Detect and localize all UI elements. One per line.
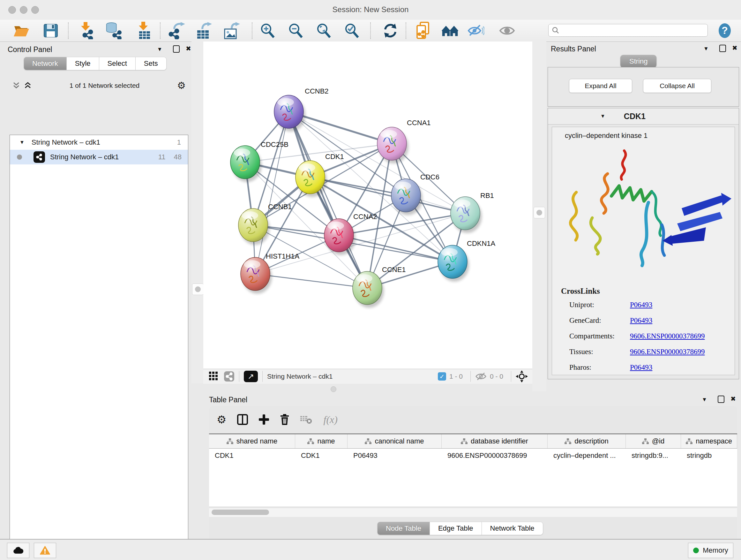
column-header-shared-name[interactable]: shared name (209, 434, 295, 448)
delete-column-icon[interactable] (280, 414, 289, 425)
close-panel-icon[interactable]: ✖ (186, 45, 191, 52)
grid-view-icon[interactable] (209, 372, 219, 381)
right-splitter-handle[interactable] (534, 207, 545, 219)
export-image-icon[interactable] (223, 22, 241, 39)
left-splitter-handle[interactable] (192, 284, 204, 295)
help-icon[interactable]: ? (716, 22, 733, 39)
tree-expander-icon[interactable]: ▼ (19, 139, 24, 145)
network-node-CDKN1A[interactable]: CDKN1A (438, 240, 495, 282)
crosslink-row: Uniprot:P06493 (569, 301, 729, 309)
collapse-panel-icon[interactable]: ▼ (157, 47, 162, 52)
import-table-file-icon[interactable] (135, 22, 152, 39)
float-panel-icon[interactable] (718, 395, 724, 403)
table-cell[interactable]: cyclin–dependent ... (548, 449, 626, 462)
memory-button[interactable]: Memory (688, 543, 733, 558)
crosslink-link[interactable]: P06493 (630, 301, 652, 309)
scrollbar-thumb[interactable] (212, 509, 269, 515)
network-overview-icon[interactable] (224, 371, 234, 382)
crosshair-icon[interactable] (516, 370, 528, 382)
import-network-file-icon[interactable] (77, 22, 95, 39)
network-collection-row[interactable]: ▼ String Network – cdk1 1 (10, 135, 188, 150)
network-node-CDK1[interactable]: CDK1 (295, 152, 344, 197)
tab-node-table[interactable]: Node Table (377, 522, 430, 535)
search-input[interactable] (559, 26, 698, 35)
save-session-icon[interactable] (42, 22, 59, 39)
network-row[interactable]: String Network – cdk1 11 48 (10, 150, 188, 165)
float-panel-icon[interactable] (173, 45, 180, 53)
collapse-all-button[interactable]: Collapse All (643, 79, 711, 93)
tab-select[interactable]: Select (99, 57, 136, 70)
network-node-CCNB2[interactable]: CCNB2 (274, 87, 329, 132)
export-network-icon[interactable] (169, 22, 186, 39)
expand-all-button[interactable]: Expand All (569, 79, 632, 93)
tab-edge-table[interactable]: Edge Table (430, 522, 482, 535)
toolbar-separator (370, 22, 371, 39)
import-network-database-icon[interactable] (105, 22, 122, 39)
network-options-gear-icon[interactable]: ⚙ (177, 81, 186, 90)
column-header-name[interactable]: name (295, 434, 347, 448)
toolbar-separator (68, 22, 69, 39)
crosslink-link[interactable]: 9606.ENSP00000378699 (630, 332, 705, 340)
close-panel-icon[interactable]: ✖ (731, 395, 736, 402)
table-cell[interactable]: CDK1 (295, 449, 347, 462)
column-header-database-identifier[interactable]: database identifier (442, 434, 548, 448)
collapse-panel-icon[interactable]: ▼ (702, 397, 707, 402)
network-canvas[interactable]: CCNB2CCNA1CDC25BCDK1CDC6RB1CCNB1CCNA2CDK… (203, 42, 532, 369)
show-all-icon[interactable] (498, 22, 516, 39)
collapse-all-tree-icon[interactable] (23, 81, 32, 90)
table-cell[interactable]: P06493 (347, 449, 442, 462)
zoom-out-icon[interactable] (287, 22, 305, 39)
table-row[interactable]: CDK1CDK1P064939606.ENSP00000378699cyclin… (209, 449, 737, 462)
clone-network-icon[interactable] (415, 22, 432, 39)
string-home-icon[interactable] (442, 22, 459, 39)
tab-style[interactable]: Style (67, 57, 99, 70)
column-header-description[interactable]: description (548, 434, 626, 448)
open-session-icon[interactable] (13, 22, 30, 39)
left-splitter[interactable] (192, 42, 203, 383)
tab-sets[interactable]: Sets (136, 57, 166, 70)
network-node-HIST1H1A[interactable]: HIST1H1A (241, 252, 299, 294)
function-builder-icon[interactable]: f(x) (323, 414, 337, 426)
tab-network[interactable]: Network (23, 57, 67, 70)
cloud-status-button[interactable] (7, 543, 29, 558)
column-header-canonical-name[interactable]: canonical name (347, 434, 442, 448)
zoom-in-icon[interactable] (259, 22, 276, 39)
warning-status-button[interactable] (34, 543, 56, 558)
tab-string[interactable]: String (620, 55, 657, 68)
hide-selected-icon[interactable] (467, 22, 484, 39)
column-header--id[interactable]: @id (626, 434, 681, 448)
table-cell[interactable]: stringdb:9... (626, 449, 681, 462)
table-cell[interactable]: stringdb (681, 449, 737, 462)
zoom-selected-icon[interactable] (343, 22, 360, 39)
refresh-view-icon[interactable] (382, 22, 399, 39)
create-column-icon[interactable] (259, 415, 269, 425)
column-header-namespace[interactable]: namespace (681, 434, 737, 448)
protein-header[interactable]: ▼ CDK1 (548, 108, 739, 125)
node-label-CDC25B: CDC25B (261, 140, 288, 148)
network-edge (289, 112, 367, 288)
collapse-panel-icon[interactable]: ▼ (703, 46, 709, 51)
show-columns-icon[interactable] (237, 414, 248, 425)
delete-table-icon[interactable] (300, 415, 313, 424)
float-panel-icon[interactable] (719, 45, 726, 52)
table-options-gear-icon[interactable]: ⚙ (217, 414, 226, 425)
crosslink-link[interactable]: P06493 (630, 316, 652, 325)
tab-network-table[interactable]: Network Table (482, 522, 543, 535)
crosslink-link[interactable]: 9606.ENSP00000378699 (630, 348, 705, 356)
selected-nodes-checkbox[interactable]: ✓ (438, 372, 446, 381)
network-node-RB1[interactable]: RB1 (451, 192, 494, 233)
collapse-section-icon[interactable]: ▼ (600, 113, 605, 119)
network-graph[interactable]: CCNB2CCNA1CDC25BCDK1CDC6RB1CCNB1CCNA2CDK… (203, 42, 532, 369)
export-table-icon[interactable] (195, 22, 212, 39)
crosslink-link[interactable]: P06493 (630, 363, 652, 372)
network-node-CDC25B[interactable]: CDC25B (230, 140, 288, 182)
table-horizontal-scrollbar[interactable] (209, 508, 737, 517)
table-cell[interactable]: CDK1 (209, 449, 295, 462)
zoom-fit-icon[interactable] (315, 22, 333, 39)
detach-view-button[interactable]: ↗ (244, 371, 258, 382)
expand-all-tree-icon[interactable] (12, 81, 20, 90)
hidden-eye-icon[interactable] (475, 372, 487, 381)
table-cell[interactable]: 9606.ENSP00000378699 (442, 449, 548, 462)
network-node-CCNA1[interactable]: CCNA1 (377, 119, 431, 164)
close-panel-icon[interactable]: ✖ (732, 45, 738, 51)
